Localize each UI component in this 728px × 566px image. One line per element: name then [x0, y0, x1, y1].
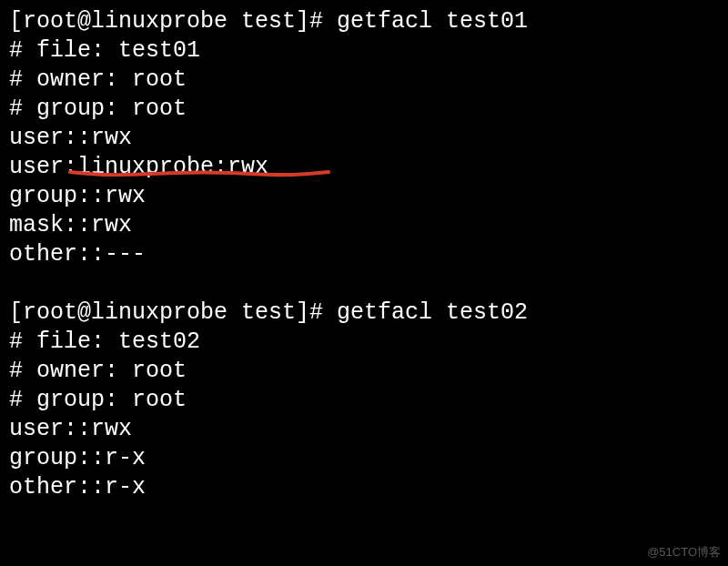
terminal-line-acl-user-2: user::rwx [9, 415, 719, 444]
terminal-line-blank-1 [9, 269, 719, 298]
terminal-line-prompt-2: [root@linuxprobe test]# getfacl test02 [9, 298, 719, 328]
terminal-line-acl-user-named-1: user:linuxprobe:rwx [9, 153, 719, 182]
terminal-line-owner-2: # owner: root [9, 357, 719, 386]
terminal-line-acl-other-1: other::--- [9, 240, 719, 269]
watermark-text: @51CTO博客 [647, 545, 721, 561]
terminal-line-acl-group-2: group::r-x [9, 444, 719, 473]
terminal-line-owner-1: # owner: root [9, 66, 719, 95]
terminal-line-acl-user-1: user::rwx [9, 124, 719, 153]
terminal-line-group-1: # group: root [9, 95, 719, 124]
terminal-line-prompt-1: [root@linuxprobe test]# getfacl test01 [9, 7, 719, 36]
terminal-line-group-2: # group: root [9, 386, 719, 415]
terminal-line-acl-group-1: group::rwx [9, 182, 719, 211]
terminal-line-file-2: # file: test02 [9, 328, 719, 357]
terminal-line-acl-mask-1: mask::rwx [9, 211, 719, 240]
terminal-line-file-1: # file: test01 [9, 36, 719, 66]
terminal-line-acl-other-2: other::r-x [9, 473, 719, 502]
